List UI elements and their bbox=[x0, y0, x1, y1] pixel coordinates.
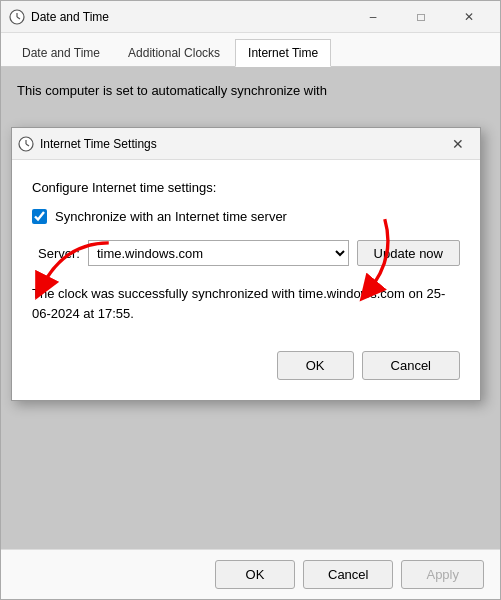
sync-checkbox[interactable] bbox=[32, 209, 47, 224]
outer-window: Date and Time – □ ✕ Date and Time Additi… bbox=[0, 0, 501, 600]
inner-dialog-body: Configure Internet time settings: Synchr… bbox=[12, 160, 480, 400]
inner-clock-icon bbox=[18, 136, 34, 152]
sync-checkbox-row: Synchronize with an Internet time server bbox=[32, 209, 460, 224]
server-row: Server: time.windows.com Update now bbox=[38, 240, 460, 266]
sync-success-text: The clock was successfully synchronized … bbox=[32, 284, 460, 323]
outer-apply-button[interactable]: Apply bbox=[401, 560, 484, 589]
configure-label: Configure Internet time settings: bbox=[32, 180, 460, 195]
bottom-bar: OK Cancel Apply bbox=[1, 549, 500, 599]
dialog-buttons: OK Cancel bbox=[32, 343, 460, 384]
tab-bar: Date and Time Additional Clocks Internet… bbox=[1, 33, 500, 67]
close-button[interactable]: ✕ bbox=[446, 2, 492, 32]
title-bar: Date and Time – □ ✕ bbox=[1, 1, 500, 33]
inner-dialog-title: Internet Time Settings bbox=[40, 137, 442, 151]
inner-title-bar: Internet Time Settings ✕ bbox=[12, 128, 480, 160]
tab-additional-clocks[interactable]: Additional Clocks bbox=[115, 39, 233, 66]
outer-cancel-button[interactable]: Cancel bbox=[303, 560, 393, 589]
update-now-button[interactable]: Update now bbox=[357, 240, 460, 266]
minimize-button[interactable]: – bbox=[350, 2, 396, 32]
sync-checkbox-label: Synchronize with an Internet time server bbox=[55, 209, 287, 224]
window-controls: – □ ✕ bbox=[350, 2, 492, 32]
maximize-button[interactable]: □ bbox=[398, 2, 444, 32]
outer-ok-button[interactable]: OK bbox=[215, 560, 295, 589]
inner-dialog: Internet Time Settings ✕ Configure Inter… bbox=[11, 127, 481, 401]
main-content: This computer is set to automatically sy… bbox=[1, 67, 500, 549]
tab-date-time[interactable]: Date and Time bbox=[9, 39, 113, 66]
inner-ok-button[interactable]: OK bbox=[277, 351, 354, 380]
tab-internet-time[interactable]: Internet Time bbox=[235, 39, 331, 67]
clock-icon bbox=[9, 9, 25, 25]
window-title: Date and Time bbox=[31, 10, 350, 24]
inner-cancel-button[interactable]: Cancel bbox=[362, 351, 460, 380]
server-label: Server: bbox=[38, 246, 80, 261]
server-select[interactable]: time.windows.com bbox=[88, 240, 349, 266]
inner-close-button[interactable]: ✕ bbox=[442, 130, 474, 158]
